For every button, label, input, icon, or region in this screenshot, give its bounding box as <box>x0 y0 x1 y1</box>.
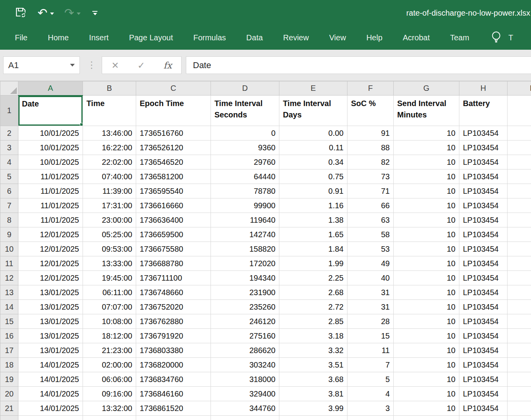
cell-f19[interactable]: 5 <box>347 372 394 387</box>
cell-a21[interactable]: 14/01/2025 <box>18 401 83 416</box>
cell-a3[interactable]: 10/01/2025 <box>18 141 83 155</box>
cell-e10[interactable]: 1.84 <box>279 242 347 256</box>
cell-a2[interactable]: 10/01/2025 <box>18 126 83 141</box>
cell-d19[interactable]: 318000 <box>211 372 279 387</box>
cell-d17[interactable]: 286620 <box>211 343 279 358</box>
cell-e15[interactable]: 2.85 <box>279 314 347 329</box>
cell-e13[interactable]: 2.68 <box>279 285 347 300</box>
cell-e7[interactable]: 1.16 <box>279 198 347 213</box>
tab-home[interactable]: Home <box>38 26 79 50</box>
cell-a6[interactable]: 11/01/2025 <box>18 184 83 198</box>
cell-e12[interactable]: 2.25 <box>279 271 347 285</box>
cell-a5[interactable]: 11/01/2025 <box>18 169 83 184</box>
row-header-partial[interactable] <box>0 416 18 420</box>
cell-c4[interactable]: 1736546520 <box>136 155 211 169</box>
cell-i11[interactable] <box>508 256 531 271</box>
cell-c18[interactable]: 1736820000 <box>136 358 211 372</box>
selected-cell-a1[interactable]: Date <box>18 96 83 126</box>
cell-f10[interactable]: 53 <box>347 242 394 256</box>
cell-h9[interactable]: LP103454 <box>459 227 508 242</box>
customize-quick-access-toolbar-button[interactable] <box>92 11 97 15</box>
column-header-i[interactable]: I <box>508 81 531 96</box>
tab-help[interactable]: Help <box>356 26 392 50</box>
cell-e17[interactable]: 3.32 <box>279 343 347 358</box>
cell-c8[interactable]: 1736636400 <box>136 213 211 227</box>
cell-b19[interactable]: 06:06:00 <box>83 372 136 387</box>
cell-g15[interactable]: 10 <box>394 314 459 329</box>
cell-e5[interactable]: 0.75 <box>279 169 347 184</box>
cell-b9[interactable]: 05:25:00 <box>83 227 136 242</box>
cell-f12[interactable]: 40 <box>347 271 394 285</box>
row-header-9[interactable]: 9 <box>0 227 18 242</box>
column-header-h[interactable]: H <box>459 81 508 96</box>
fill-handle[interactable] <box>80 123 83 126</box>
cell-f15[interactable]: 28 <box>347 314 394 329</box>
cell-i13[interactable] <box>508 285 531 300</box>
cell-b8[interactable]: 23:00:00 <box>83 213 136 227</box>
cell-empty[interactable] <box>279 416 347 420</box>
cell-a4[interactable]: 10/01/2025 <box>18 155 83 169</box>
cell-h3[interactable]: LP103454 <box>459 141 508 155</box>
cell-h21[interactable]: LP103454 <box>459 401 508 416</box>
tab-data[interactable]: Data <box>236 26 273 50</box>
cell-c5[interactable]: 1736581200 <box>136 169 211 184</box>
cell-f13[interactable]: 31 <box>347 285 394 300</box>
column-header-a[interactable]: A <box>18 81 83 96</box>
cell-b11[interactable]: 13:33:00 <box>83 256 136 271</box>
cell-c7[interactable]: 1736616660 <box>136 198 211 213</box>
cell-a7[interactable]: 11/01/2025 <box>18 198 83 213</box>
cell-g20[interactable]: 10 <box>394 387 459 401</box>
row-header-1[interactable]: 1 <box>0 96 18 126</box>
cell-e21[interactable]: 3.99 <box>279 401 347 416</box>
cell-c3[interactable]: 1736526120 <box>136 141 211 155</box>
cell-b16[interactable]: 18:12:00 <box>83 329 136 343</box>
cell-d4[interactable]: 29760 <box>211 155 279 169</box>
cell-e19[interactable]: 3.68 <box>279 372 347 387</box>
cell-a9[interactable]: 12/01/2025 <box>18 227 83 242</box>
cell-c13[interactable]: 1736748660 <box>136 285 211 300</box>
cell-d20[interactable]: 329400 <box>211 387 279 401</box>
cell-i6[interactable] <box>508 184 531 198</box>
tab-formulas[interactable]: Formulas <box>183 26 236 50</box>
cell-d3[interactable]: 9360 <box>211 141 279 155</box>
row-header-21[interactable]: 21 <box>0 401 18 416</box>
row-header-4[interactable]: 4 <box>0 155 18 169</box>
cell-empty[interactable] <box>459 416 508 420</box>
cell-a20[interactable]: 14/01/2025 <box>18 387 83 401</box>
cell-b14[interactable]: 07:07:00 <box>83 300 136 314</box>
cell-empty[interactable] <box>508 416 531 420</box>
row-header-15[interactable]: 15 <box>0 314 18 329</box>
cell-e6[interactable]: 0.91 <box>279 184 347 198</box>
cell-empty[interactable] <box>211 416 279 420</box>
cell-d1[interactable]: Time Interval Seconds <box>211 96 279 126</box>
cell-g14[interactable]: 10 <box>394 300 459 314</box>
cell-c9[interactable]: 1736659500 <box>136 227 211 242</box>
cell-d5[interactable]: 64440 <box>211 169 279 184</box>
row-header-10[interactable]: 10 <box>0 242 18 256</box>
tab-file[interactable]: File <box>5 26 38 50</box>
row-header-17[interactable]: 17 <box>0 343 18 358</box>
row-header-8[interactable]: 8 <box>0 213 18 227</box>
cell-i7[interactable] <box>508 198 531 213</box>
cell-i8[interactable] <box>508 213 531 227</box>
cell-h4[interactable]: LP103454 <box>459 155 508 169</box>
cell-c2[interactable]: 1736516760 <box>136 126 211 141</box>
cell-f4[interactable]: 82 <box>347 155 394 169</box>
cell-h6[interactable]: LP103454 <box>459 184 508 198</box>
row-header-7[interactable]: 7 <box>0 198 18 213</box>
cell-d13[interactable]: 231900 <box>211 285 279 300</box>
cell-c1[interactable]: Epoch Time <box>136 96 211 126</box>
cell-g3[interactable]: 10 <box>394 141 459 155</box>
insert-function-button[interactable]: fx <box>164 60 172 70</box>
cell-f3[interactable]: 88 <box>347 141 394 155</box>
cell-empty[interactable] <box>136 416 211 420</box>
cell-h20[interactable]: LP103454 <box>459 387 508 401</box>
cell-d6[interactable]: 78780 <box>211 184 279 198</box>
cell-d2[interactable]: 0 <box>211 126 279 141</box>
cell-a16[interactable]: 13/01/2025 <box>18 329 83 343</box>
row-header-13[interactable]: 13 <box>0 285 18 300</box>
cell-d16[interactable]: 275160 <box>211 329 279 343</box>
cell-i10[interactable] <box>508 242 531 256</box>
cell-e3[interactable]: 0.11 <box>279 141 347 155</box>
column-header-e[interactable]: E <box>279 81 347 96</box>
